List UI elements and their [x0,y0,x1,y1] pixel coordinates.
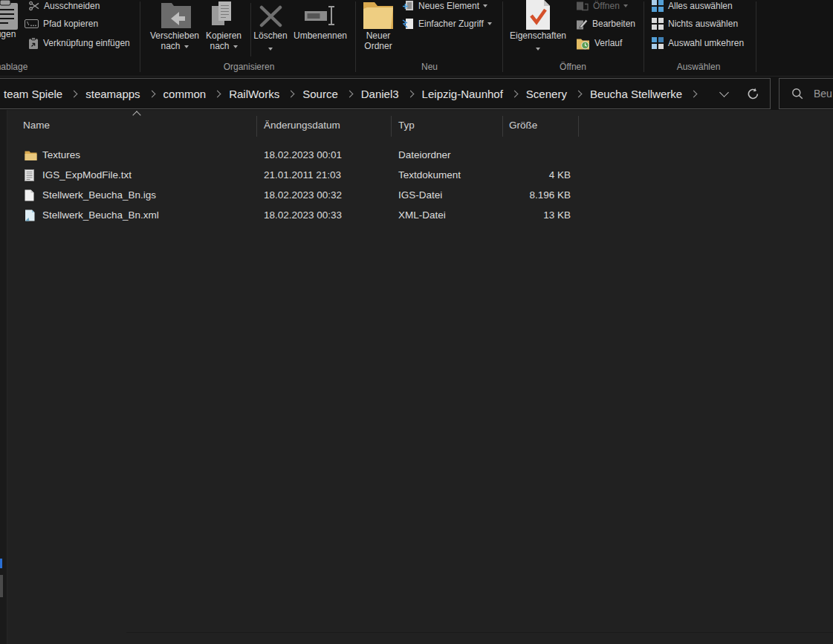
breadcrumb-item[interactable]: Source [301,88,340,100]
breadcrumb-item[interactable]: Scenery [525,88,568,100]
ribbon-and-addressbar: ügen Ausschneiden Pfad kopieren Verknüpf… [0,0,833,110]
file-size: 8.196 KB [476,189,571,201]
left-edge-blue-mark [0,559,2,568]
breadcrumb-item[interactable]: Daniel3 [360,88,401,100]
cut-button[interactable]: Ausschneiden [29,0,100,13]
scissors-icon [29,1,39,11]
copy-path-button[interactable]: Pfad kopieren [25,17,98,30]
edit-button[interactable]: Bearbeiten [576,17,635,30]
sort-ascending-icon [132,111,140,119]
select-group-label: Auswählen [661,62,736,72]
file-size: 13 KB [476,209,571,221]
column-header-size[interactable]: Größe [509,120,537,131]
select-none-icon [652,18,664,30]
file-name: Textures [42,149,80,160]
breadcrumb-item[interactable]: common [162,88,208,100]
dropdown-caret-icon [184,45,189,48]
column-separator[interactable] [502,116,503,137]
new-folder-button[interactable]: Neuer Ordner [357,30,400,51]
file-date: 18.02.2023 00:32 [264,189,342,201]
copy-to-icon[interactable] [210,0,237,31]
column-header-date[interactable]: Änderungsdatum [264,120,340,131]
chevron-right-icon [214,90,221,97]
history-button[interactable]: Verlauf [576,36,622,50]
copy-to-button[interactable]: Kopieren nach [198,30,250,51]
dropdown-caret-icon [268,48,273,51]
file-icon [25,189,37,201]
file-date: 21.01.2011 21:03 [264,169,341,180]
group-divider [644,1,644,72]
refresh-icon[interactable] [747,88,759,100]
ribbon-bottom-rule [0,76,833,77]
select-all-button[interactable]: Alles auswählen [652,0,733,13]
select-none-button[interactable]: Nichts auswählen [652,17,738,30]
properties-icon[interactable] [525,0,551,33]
chevron-right-icon [406,90,414,97]
bottom-faint-line [126,632,833,633]
search-box[interactable]: Beu [779,78,833,109]
new-group-label: Neu [400,62,459,72]
new-item-icon [402,0,414,12]
group-divider [355,1,356,72]
move-to-icon[interactable] [160,0,192,31]
file-row[interactable]: Stellwerk_Beucha_Bn.xml 18.02.2023 00:33… [9,206,626,226]
breadcrumb-item[interactable]: Beucha Stellwerke [589,88,684,100]
chevron-right-icon [690,90,698,97]
move-to-button[interactable]: Verschieben nach [145,30,204,51]
column-separator[interactable] [391,116,392,137]
chevron-right-icon [574,90,582,97]
paste-icon[interactable] [0,0,19,33]
file-size: 4 KB [476,169,571,180]
clipboard-group-label: nablage [0,62,34,72]
file-name: Stellwerk_Beucha_Bn.igs [42,189,156,201]
breadcrumb-item[interactable]: team Spiele [2,88,64,100]
open-icon [576,0,589,12]
paste-shortcut-button[interactable]: Verknüpfung einfügen [28,36,130,50]
file-explorer-window: ügen Ausschneiden Pfad kopieren Verknüpf… [0,0,833,644]
file-type: XML-Datei [398,209,446,221]
delete-icon[interactable] [258,5,283,30]
group-divider [140,1,140,72]
file-name: IGS_ExpModFile.txt [42,169,132,180]
address-dropdown-icon[interactable] [719,88,729,97]
column-header-name[interactable]: Name [23,120,50,131]
breadcrumb-item[interactable]: RailWorks [227,88,281,100]
dropdown-caret-icon [623,4,628,7]
paste-button[interactable]: ügen [0,29,22,39]
address-bar[interactable]: team Spiele steamapps common RailWorks S… [0,78,771,109]
clipboard-shortcut-icon [28,37,39,50]
delete-button[interactable]: Löschen [248,30,293,53]
open-group-label: Öffnen [543,62,603,72]
new-item-button[interactable]: Neues Element [402,0,487,13]
column-separator[interactable] [578,116,579,137]
search-input[interactable]: Beu [814,88,832,100]
history-icon [576,37,590,50]
new-folder-icon[interactable] [362,0,395,33]
column-separator[interactable] [256,116,257,137]
rename-icon[interactable] [303,4,337,30]
select-all-icon [652,0,664,12]
chevron-right-icon [511,90,518,97]
rename-button[interactable]: Umbenennen [290,30,351,41]
easy-access-icon [402,18,414,30]
file-name: Stellwerk_Beucha_Bn.xml [42,209,159,221]
file-row[interactable]: Textures 18.02.2023 00:01 Dateiordner [9,146,626,166]
file-date: 18.02.2023 00:01 [264,149,342,160]
open-button[interactable]: Öffnen [576,0,628,13]
file-type: IGS-Datei [398,189,442,201]
dropdown-caret-icon [536,48,540,51]
chevron-right-icon [288,90,295,97]
breadcrumb: team Spiele steamapps common RailWorks S… [0,88,704,100]
file-row[interactable]: Stellwerk_Beucha_Bn.igs 18.02.2023 00:32… [9,186,626,206]
properties-button[interactable]: Eigenschaften [508,30,568,53]
easy-access-button[interactable]: Einfacher Zugriff [402,17,492,30]
column-header-type[interactable]: Typ [398,120,415,131]
invert-selection-button[interactable]: Auswahl umkehren [652,36,744,50]
invert-selection-icon [652,37,664,49]
breadcrumb-item[interactable]: steamapps [84,88,141,100]
group-divider [502,1,503,72]
breadcrumb-item[interactable]: Leipzig-Naunhof [421,88,505,100]
left-edge-scrollbar-fragment[interactable] [0,575,3,597]
group-divider [756,1,756,72]
file-row[interactable]: IGS_ExpModFile.txt 21.01.2011 21:03 Text… [9,166,626,186]
